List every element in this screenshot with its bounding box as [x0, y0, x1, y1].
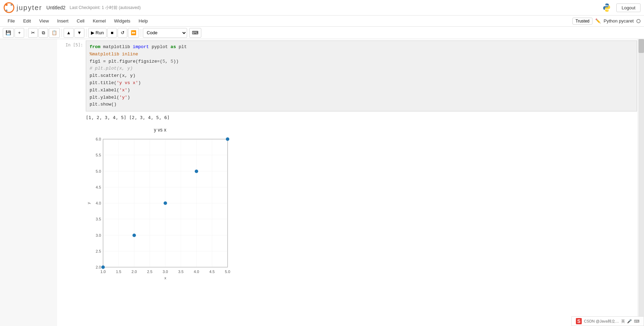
svg-text:6.0: 6.0: [96, 137, 101, 141]
svg-text:3.0: 3.0: [96, 233, 101, 237]
svg-text:3.5: 3.5: [178, 270, 183, 274]
svg-point-0: [4, 3, 14, 12]
paste-button[interactable]: 📋: [49, 28, 60, 38]
cell-prompt: In [5]:: [58, 40, 86, 111]
svg-text:4.0: 4.0: [96, 201, 101, 205]
toolbar-separator-1: [26, 29, 26, 37]
svg-text:3.0: 3.0: [163, 270, 168, 274]
svg-text:4.0: 4.0: [194, 270, 199, 274]
menu-edit[interactable]: Edit: [19, 17, 35, 25]
svg-text:x: x: [164, 276, 166, 280]
edit-icon[interactable]: ✏️: [595, 18, 601, 24]
menu-file[interactable]: File: [3, 17, 19, 25]
jupyter-logo: jupyter: [3, 2, 42, 13]
checkpoint-info: Last Checkpoint: 1 小时前 (autosaved): [70, 5, 140, 11]
plot-container: y vs x: [58, 124, 637, 288]
data-point-5: [226, 137, 229, 141]
scrollbar-thumb[interactable]: [638, 39, 644, 53]
add-cell-button[interactable]: +: [15, 28, 24, 38]
toolbar-separator-2: [62, 29, 62, 37]
kernel-status-circle: [636, 19, 641, 23]
data-point-3: [164, 201, 167, 205]
svg-text:2.5: 2.5: [96, 249, 101, 253]
logout-button[interactable]: Logout: [616, 3, 641, 12]
restart-button[interactable]: ↺: [118, 28, 127, 38]
chart-wrapper: y vs x: [86, 127, 234, 284]
cell-output: [1, 2, 3, 4, 5] [2, 3, 4, 5, 6]: [58, 111, 637, 124]
notebook-area[interactable]: In [5]: from matplotlib import pyplot as…: [57, 39, 637, 326]
left-margin: [0, 39, 57, 326]
interrupt-button[interactable]: ■: [107, 28, 117, 38]
cut-button[interactable]: ✂: [28, 28, 38, 38]
svg-text:1.5: 1.5: [116, 270, 121, 274]
data-point-1: [101, 265, 105, 269]
svg-point-1: [6, 4, 8, 6]
csdn-mic-icon: 🎤: [627, 319, 632, 324]
svg-text:2.5: 2.5: [147, 270, 152, 274]
svg-text:2.0: 2.0: [131, 270, 137, 274]
keyboard-shortcuts-button[interactable]: ⌨: [189, 28, 201, 38]
csdn-logo: S: [576, 318, 582, 324]
move-up-button[interactable]: ▲: [64, 28, 74, 38]
menu-widgets[interactable]: Widgets: [110, 17, 135, 25]
trusted-button[interactable]: Trusted: [572, 18, 592, 25]
chart-title: y vs x: [86, 127, 234, 133]
svg-text:3.5: 3.5: [96, 217, 101, 221]
data-point-2: [132, 234, 136, 237]
csdn-bar: S CSDN @Java韩立… 英 🎤 ⌨: [571, 316, 644, 326]
notebook-title[interactable]: Untitled2: [46, 5, 65, 10]
code-editor[interactable]: from matplotlib import pyplot as plt %ma…: [86, 41, 637, 111]
menu-help[interactable]: Help: [135, 17, 152, 25]
toolbar: 💾 + ✂ ⧉ 📋 ▲ ▼ ▶ Run ■ ↺ ⏩ Code Markdown …: [0, 27, 644, 39]
csdn-keyboard-icon: ⌨: [634, 319, 640, 324]
jupyter-wordmark: jupyter: [17, 4, 42, 12]
svg-text:5.0: 5.0: [225, 270, 230, 274]
scrollbar-track[interactable]: [638, 39, 644, 326]
copy-button[interactable]: ⧉: [38, 28, 48, 38]
output-text: [1, 2, 3, 4, 5] [2, 3, 4, 5, 6]: [86, 114, 637, 121]
menu-cell[interactable]: Cell: [73, 17, 89, 25]
jupyter-icon: [3, 2, 15, 13]
svg-text:4.5: 4.5: [209, 270, 214, 274]
csdn-label: CSDN @Java韩立…: [584, 319, 619, 324]
run-button[interactable]: ▶ Run: [88, 28, 107, 38]
svg-text:1.0: 1.0: [100, 270, 105, 274]
menubar: File Edit View Insert Cell Kernel Widget…: [0, 16, 644, 27]
cell-input: In [5]: from matplotlib import pyplot as…: [58, 40, 637, 111]
save-button[interactable]: 💾: [3, 28, 14, 38]
csdn-english-icon: 英: [621, 319, 625, 324]
toolbar-separator-3: [86, 29, 86, 37]
main-content: In [5]: from matplotlib import pyplot as…: [0, 39, 644, 326]
move-down-button[interactable]: ▼: [74, 28, 84, 38]
svg-point-3: [6, 10, 8, 11]
svg-point-2: [11, 4, 12, 6]
svg-text:5.5: 5.5: [96, 153, 101, 157]
menu-insert[interactable]: Insert: [53, 17, 73, 25]
right-margin: [637, 39, 644, 326]
menu-kernel[interactable]: Kernel: [89, 17, 110, 25]
svg-text:y: y: [86, 202, 91, 204]
svg-text:2.0: 2.0: [96, 265, 101, 269]
topbar: jupyter Untitled2 Last Checkpoint: 1 小时前…: [0, 0, 644, 16]
svg-text:5.0: 5.0: [96, 169, 101, 173]
restart-run-button[interactable]: ⏩: [128, 28, 139, 38]
toolbar-separator-4: [141, 29, 141, 37]
menu-view[interactable]: View: [35, 17, 53, 25]
svg-point-5: [608, 10, 608, 11]
svg-point-4: [606, 5, 606, 6]
svg-text:4.5: 4.5: [96, 185, 101, 189]
code-cell[interactable]: In [5]: from matplotlib import pyplot as…: [57, 39, 637, 289]
data-point-4: [195, 170, 198, 173]
kernel-name: Python pycaret: [604, 18, 634, 24]
scatter-chart: 6.0 5.5 5.0 4.5 4.0 3.5 3.0 2.5 2.0 y 1.…: [86, 134, 234, 283]
cell-type-select[interactable]: Code Markdown Raw NBConvert Heading: [143, 28, 187, 38]
python-icon: [602, 2, 612, 13]
cell-code-content[interactable]: from matplotlib import pyplot as plt %ma…: [86, 40, 637, 111]
